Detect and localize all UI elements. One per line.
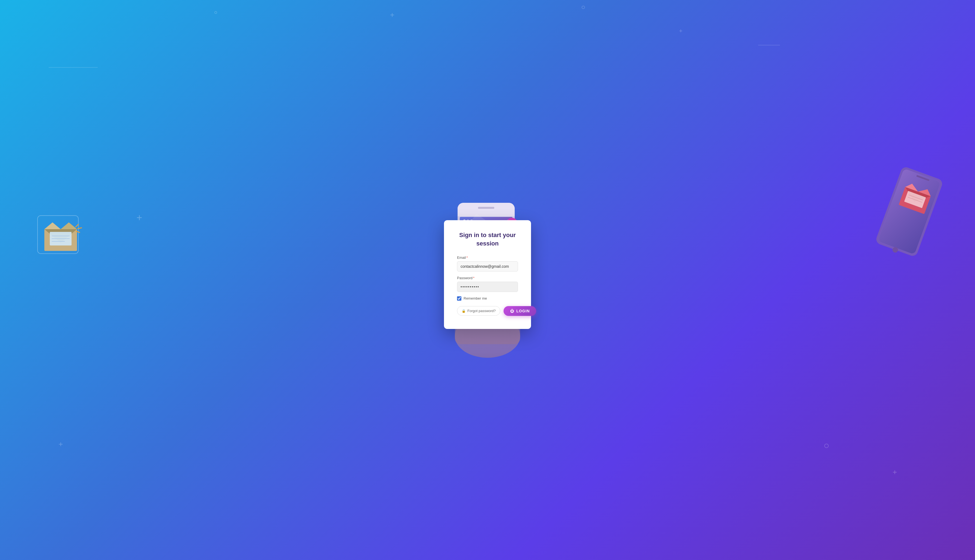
svg-rect-13: [875, 166, 943, 257]
svg-line-12: [76, 231, 80, 232]
svg-line-10: [76, 224, 78, 227]
email-label: Email*: [457, 255, 518, 260]
svg-marker-3: [44, 229, 77, 243]
svg-rect-15: [878, 168, 941, 255]
email-input[interactable]: [457, 261, 518, 272]
remember-me-checkbox[interactable]: [457, 296, 461, 301]
remember-me-label: Remember me: [464, 296, 487, 300]
deco-circle-2: [214, 11, 217, 14]
svg-line-22: [908, 197, 922, 202]
deco-line-1: [49, 67, 98, 68]
svg-point-24: [892, 246, 899, 253]
password-form-group: Password*: [457, 276, 518, 292]
forgot-password-button[interactable]: 🔒 Forgot password?: [457, 306, 500, 316]
login-button-label: LOGIN: [516, 309, 530, 313]
envelope-illustration-left: [29, 207, 92, 263]
svg-rect-1: [44, 229, 77, 251]
svg-rect-27: [457, 210, 515, 217]
svg-marker-4: [44, 222, 61, 229]
forgot-password-label: Forgot password?: [467, 309, 496, 313]
deco-line-2: [758, 45, 780, 45]
phone-illustration-right: [863, 162, 952, 279]
deco-plus-2: +: [679, 28, 683, 34]
svg-rect-2: [44, 229, 77, 251]
svg-rect-14: [878, 168, 941, 255]
deco-plus-4: +: [58, 440, 63, 448]
password-input[interactable]: [457, 282, 518, 292]
login-card: Sign in to start your session Email* Pas…: [444, 220, 531, 329]
svg-rect-20: [904, 191, 926, 208]
password-label: Password*: [457, 276, 518, 280]
svg-marker-5: [61, 222, 77, 229]
svg-rect-16: [898, 187, 931, 214]
svg-line-11: [78, 228, 82, 228]
power-icon: ⏻: [510, 309, 514, 313]
login-title: Sign in to start your session: [457, 231, 518, 248]
form-actions: 🔒 Forgot password? ⏻ LOGIN: [457, 306, 518, 316]
svg-rect-0: [38, 215, 78, 253]
svg-line-21: [908, 195, 923, 200]
svg-rect-6: [50, 232, 72, 245]
deco-plus-1: +: [390, 11, 394, 19]
svg-marker-17: [901, 187, 931, 207]
svg-rect-23: [916, 175, 930, 181]
deco-circle-3: [824, 443, 829, 448]
svg-rect-28: [478, 207, 494, 209]
email-form-group: Email*: [457, 255, 518, 272]
deco-plus-5: +: [137, 213, 142, 223]
svg-rect-26: [457, 203, 515, 217]
login-button[interactable]: ⏻ LOGIN: [504, 306, 536, 316]
svg-marker-19: [918, 187, 933, 196]
deco-plus-3: +: [893, 468, 897, 476]
lock-icon: 🔒: [462, 309, 466, 313]
remember-me-row: Remember me: [457, 296, 518, 301]
svg-marker-18: [905, 182, 920, 192]
deco-circle-1: [582, 6, 585, 9]
